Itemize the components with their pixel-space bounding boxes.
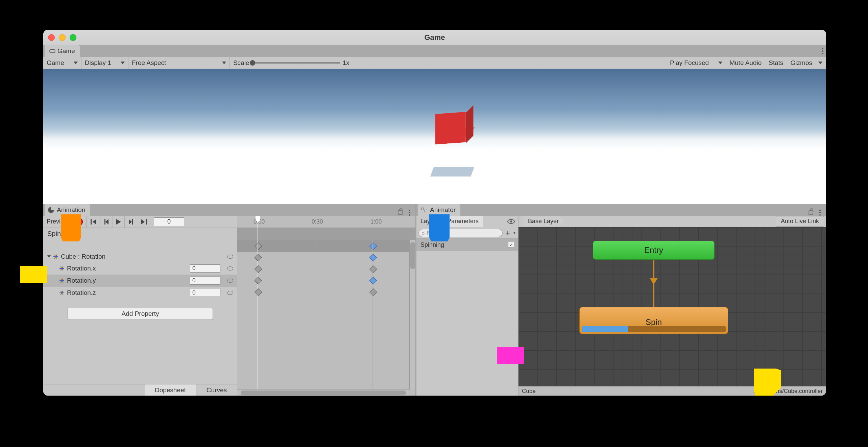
animator-icon <box>421 208 427 212</box>
property-rotation-y[interactable]: Rotation.y 0 <box>43 275 237 287</box>
scale-slider[interactable] <box>252 62 340 64</box>
lock-icon[interactable] <box>809 210 813 215</box>
tab-animator[interactable]: Animator <box>418 204 460 216</box>
curve-indicator-icon[interactable] <box>227 266 233 270</box>
aspect-dropdown[interactable]: Free Aspect <box>128 57 230 69</box>
state-progress-track <box>582 326 726 332</box>
foldout-open-icon <box>47 255 51 258</box>
skip-start-icon <box>90 219 97 225</box>
keyframe-selected[interactable] <box>369 254 377 262</box>
panel-menu-icon[interactable] <box>817 210 823 216</box>
property-group-rotation[interactable]: Cube : Rotation <box>43 251 237 262</box>
curve-indicator-icon[interactable] <box>227 279 233 283</box>
close-window-button[interactable] <box>48 34 55 41</box>
transform-icon <box>53 254 58 259</box>
auto-live-link-toggle[interactable]: Auto Live Link <box>776 216 824 227</box>
property-value-input[interactable]: 0 <box>190 277 220 285</box>
panel-menu-icon[interactable] <box>819 48 826 54</box>
chevron-down-icon <box>121 62 125 64</box>
property-rotation-z[interactable]: Rotation.z 0 <box>43 287 237 299</box>
game-tabstrip: Game <box>43 45 826 57</box>
skip-end-icon <box>141 219 147 225</box>
play-button[interactable] <box>113 216 125 228</box>
breadcrumb-base-layer[interactable]: Base Layer <box>523 216 564 226</box>
tab-animation[interactable]: Animation <box>45 204 90 216</box>
view-dropdown[interactable]: Game <box>43 57 81 69</box>
property-list: Cube : Rotation Rotation.x 0 Rotation.y … <box>43 240 237 396</box>
play-icon <box>116 219 121 225</box>
mute-audio-toggle[interactable]: Mute Audio <box>726 57 765 69</box>
animation-icon <box>48 207 54 213</box>
titlebar: Game <box>43 30 826 45</box>
state-entry-node[interactable]: Entry <box>593 241 715 260</box>
transform-icon <box>59 290 64 295</box>
display-dropdown[interactable]: Display 1 <box>81 57 128 69</box>
next-key-icon <box>128 219 134 225</box>
vertical-scrollbar[interactable] <box>409 240 415 390</box>
gizmos-dropdown[interactable]: Gizmos <box>787 57 826 69</box>
keyframe[interactable] <box>255 288 262 296</box>
dope-tabs: Dopesheet Curves <box>43 384 237 396</box>
lock-icon[interactable] <box>398 210 403 215</box>
add-parameter-button[interactable]: ＋ <box>503 228 513 238</box>
keyframe[interactable] <box>255 277 262 285</box>
traffic-lights <box>48 34 76 41</box>
chevron-down-icon <box>74 62 78 64</box>
cube-object <box>435 113 466 143</box>
chevron-down-icon <box>818 62 822 64</box>
tab-curves[interactable]: Curves <box>196 384 237 396</box>
playhead[interactable] <box>258 216 258 396</box>
property-value-input[interactable]: 0 <box>190 264 220 273</box>
dopesheet-timeline[interactable]: 0:00 0:30 1:00 <box>237 240 415 396</box>
tab-game-label: Game <box>57 47 75 55</box>
animation-tabstrip: Animation <box>43 204 415 216</box>
animator-tabstrip: Animator <box>416 204 826 216</box>
prev-key-icon <box>104 219 109 225</box>
first-frame-button[interactable] <box>87 216 100 228</box>
gamepad-icon <box>49 49 55 53</box>
tab-game[interactable]: Game <box>45 45 80 57</box>
keyframe[interactable] <box>255 265 262 273</box>
parameter-checkbox[interactable]: ✓ <box>508 242 514 248</box>
window-title: Game <box>43 33 826 42</box>
chevron-down-icon <box>718 62 722 64</box>
keyframe[interactable] <box>369 265 377 273</box>
horizontal-scrollbar[interactable] <box>237 390 409 396</box>
game-viewport <box>43 69 826 204</box>
keyframe[interactable] <box>369 288 377 296</box>
transform-icon <box>59 266 64 271</box>
timeline-ruler[interactable]: 0:00 0:30 1:00 <box>237 216 415 228</box>
animator-panel: Animator Layers Parameters Base Layer Au… <box>416 204 826 396</box>
tab-dopesheet[interactable]: Dopesheet <box>145 384 196 396</box>
search-icon: ⌕ <box>421 230 425 236</box>
animation-panel: Animation Preview <box>43 204 416 396</box>
last-frame-button[interactable] <box>137 216 151 228</box>
property-rotation-x[interactable]: Rotation.x 0 <box>43 262 237 275</box>
app-window: Game Game Game Display 1 Free Aspect Sca… <box>43 30 826 396</box>
cube-shadow <box>430 167 474 177</box>
eye-icon <box>507 219 515 224</box>
next-key-button[interactable] <box>125 216 137 228</box>
scale-control[interactable]: Scale 1x <box>230 57 353 69</box>
parameter-sidebar: ⌕ Name ＋ ▼ Spinning ✓ <box>416 227 519 396</box>
prev-key-button[interactable] <box>100 216 113 228</box>
add-property-button[interactable]: Add Property <box>68 308 213 320</box>
event-track[interactable] <box>237 228 415 240</box>
chevron-down-icon: ▼ <box>513 231 516 235</box>
curve-indicator-icon[interactable] <box>227 255 233 259</box>
panel-menu-icon[interactable] <box>406 210 413 216</box>
breadcrumb: Base Layer Auto Live Link <box>519 216 826 227</box>
svg-line-4 <box>760 375 774 389</box>
visibility-toggle[interactable] <box>504 216 518 227</box>
keyframe[interactable] <box>255 254 262 262</box>
keyframe-selected[interactable] <box>369 277 377 285</box>
current-frame-input[interactable] <box>154 217 184 226</box>
property-value-input[interactable]: 0 <box>190 289 220 297</box>
maximize-window-button[interactable] <box>70 34 76 41</box>
stats-toggle[interactable]: Stats <box>765 57 787 69</box>
state-spin-node[interactable]: Spin <box>579 307 728 334</box>
state-progress-fill <box>582 326 628 332</box>
curve-indicator-icon[interactable] <box>227 291 233 295</box>
play-mode-dropdown[interactable]: Play Focused <box>667 57 726 69</box>
minimize-window-button[interactable] <box>59 34 66 41</box>
